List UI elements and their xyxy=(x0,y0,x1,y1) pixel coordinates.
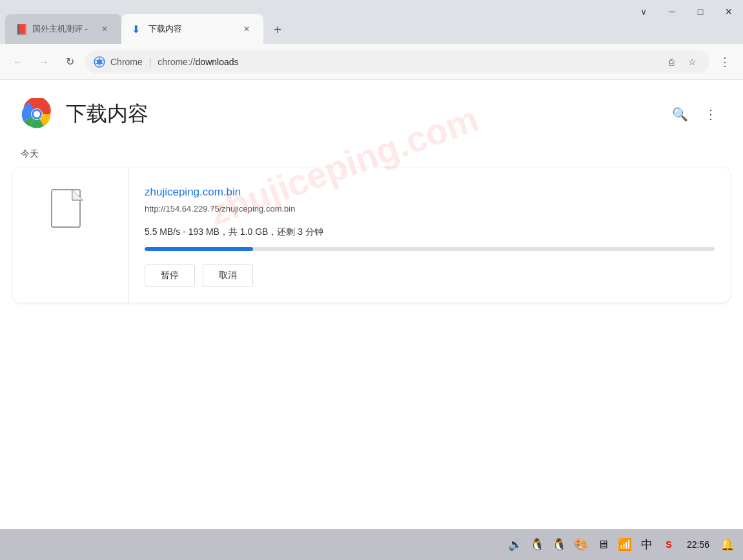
address-bar[interactable]: Chrome | chrome://downloads ⎙ ☆ xyxy=(85,50,709,74)
file-icon xyxy=(50,188,92,237)
cancel-button[interactable]: 取消 xyxy=(203,264,253,287)
downloads-header-left: 下载内容 xyxy=(21,98,148,130)
sogou-icon: S xyxy=(661,537,677,552)
minimize-button[interactable]: ─ xyxy=(666,5,678,18)
download-progress-fill xyxy=(145,247,253,251)
chrome-site-icon xyxy=(94,56,105,68)
download-item: zhujiceping.com.bin http://154.64.229.75… xyxy=(13,168,730,303)
display-icon: 🖥 xyxy=(595,537,611,552)
browser-menu-button[interactable]: ⋮ xyxy=(715,52,735,72)
taskbar-display[interactable]: 🖥 xyxy=(595,537,611,552)
url-path: downloads xyxy=(196,57,239,67)
taskbar-sogou[interactable]: S xyxy=(661,537,677,552)
tab-close-inactive[interactable]: ✕ xyxy=(98,23,111,35)
download-progress-bar xyxy=(145,247,715,251)
url-prefix: chrome:// xyxy=(158,57,195,67)
page-title: 下载内容 xyxy=(66,100,148,128)
notification-icon: 🔔 xyxy=(720,537,735,552)
reload-icon: ↻ xyxy=(66,55,74,68)
search-button[interactable]: 🔍 xyxy=(668,103,691,126)
site-name: Chrome xyxy=(110,57,143,67)
close-button[interactable]: ✕ xyxy=(722,5,735,18)
tab-active[interactable]: ⬇ 下载内容 ✕ xyxy=(121,14,263,44)
svg-point-6 xyxy=(34,111,40,117)
chrome-logo xyxy=(21,98,53,130)
maximize-button[interactable]: □ xyxy=(694,5,707,18)
tab-favicon-inactive: 📕 xyxy=(15,23,27,35)
taskbar-color[interactable]: 🎨 xyxy=(573,537,589,552)
search-icon: 🔍 xyxy=(672,106,688,122)
downloads-header: 下载内容 🔍 ⋮ xyxy=(0,80,743,143)
browser-toolbar: ← → ↻ Chrome | chrome://downloads xyxy=(0,44,743,80)
section-today-label: 今天 xyxy=(0,143,743,168)
network-icon: 📶 xyxy=(617,537,633,552)
page-content: zhujiceping.com xyxy=(0,80,743,529)
qq-icon-1: 🐧 xyxy=(529,537,545,552)
downloads-menu-button[interactable]: ⋮ xyxy=(699,103,722,126)
tab-close-active[interactable]: ✕ xyxy=(240,23,253,35)
address-text: Chrome | chrome://downloads xyxy=(110,57,657,67)
share-icon: ⎙ xyxy=(669,57,674,67)
kebab-menu-icon: ⋮ xyxy=(719,55,731,69)
taskbar-qq2[interactable]: 🐧 xyxy=(551,537,567,552)
reload-button[interactable]: ↻ xyxy=(59,52,80,72)
taskbar-qq1[interactable]: 🐧 xyxy=(529,537,545,552)
download-actions: 暂停 取消 xyxy=(145,264,715,287)
star-icon: ☆ xyxy=(688,57,697,67)
download-url: http://154.64.229.75/zhujiceping.com.bin xyxy=(145,204,715,214)
downloads-page: zhujiceping.com xyxy=(0,80,743,529)
download-speed: 5.5 MB/s - 193 MB，共 1.0 GB，还剩 3 分钟 xyxy=(145,226,715,238)
back-button[interactable]: ← xyxy=(8,52,28,72)
downloads-header-right: 🔍 ⋮ xyxy=(668,103,722,126)
taskbar-input-method[interactable]: 中 xyxy=(639,537,655,552)
input-method-icon: 中 xyxy=(639,537,655,552)
new-tab-button[interactable]: + xyxy=(266,18,289,41)
taskbar: 🔊 🐧 🐧 🎨 🖥 📶 中 S 22:56 🔔 xyxy=(0,529,743,560)
tab-bar: 📕 国外主机测评 - ✕ ⬇ 下载内容 ✕ + ∨ ─ □ ✕ xyxy=(0,0,743,44)
pause-button[interactable]: 暂停 xyxy=(145,264,195,287)
taskbar-volume[interactable]: 🔊 xyxy=(507,537,523,552)
qq-icon-2: 🐧 xyxy=(551,537,567,552)
add-tab-icon: + xyxy=(274,23,281,37)
download-item-info: zhujiceping.com.bin http://154.64.229.75… xyxy=(129,168,730,303)
tab-inactive[interactable]: 📕 国外主机测评 - ✕ xyxy=(5,14,121,44)
chevron-down-icon[interactable]: ∨ xyxy=(637,5,650,18)
color-icon: 🎨 xyxy=(573,537,589,552)
taskbar-time: 22:56 xyxy=(687,539,709,550)
download-filename[interactable]: zhujiceping.com.bin xyxy=(145,186,715,199)
share-button[interactable]: ⎙ xyxy=(662,53,680,71)
taskbar-network[interactable]: 📶 xyxy=(617,537,633,552)
download-item-icon xyxy=(13,168,129,303)
forward-button[interactable]: → xyxy=(34,52,54,72)
browser-window: 📕 国外主机测评 - ✕ ⬇ 下载内容 ✕ + ∨ ─ □ ✕ ← → xyxy=(0,0,743,560)
address-separator: | xyxy=(149,57,152,67)
address-bar-actions: ⎙ ☆ xyxy=(662,53,701,71)
bookmark-button[interactable]: ☆ xyxy=(683,53,701,71)
volume-icon: 🔊 xyxy=(507,537,523,552)
tab-title-inactive: 国外主机测评 - xyxy=(32,23,93,35)
back-icon: ← xyxy=(13,56,23,68)
taskbar-notification[interactable]: 🔔 xyxy=(720,537,735,552)
window-controls: ∨ ─ □ ✕ xyxy=(637,5,735,18)
forward-icon: → xyxy=(39,56,49,68)
more-options-icon: ⋮ xyxy=(704,106,717,122)
tab-title-active: 下载内容 xyxy=(148,23,235,35)
tab-favicon-active: ⬇ xyxy=(132,23,143,35)
